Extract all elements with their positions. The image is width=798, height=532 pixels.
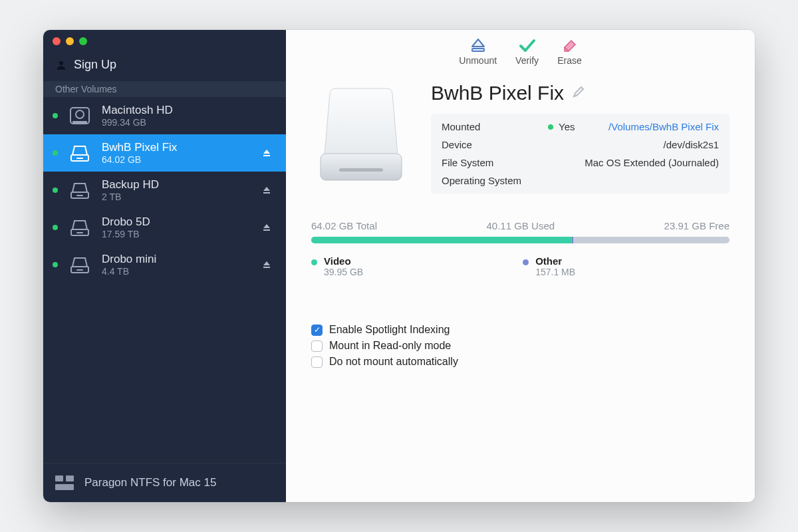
legend-item-video: Video 39.95 GB: [311, 255, 363, 277]
svg-rect-3: [72, 121, 87, 123]
eraser-icon: [561, 38, 578, 53]
svg-point-2: [76, 110, 84, 118]
svg-rect-12: [263, 229, 270, 231]
legend-name: Video: [324, 255, 363, 267]
drive-external-icon: [67, 255, 92, 275]
drive-external-icon: [67, 217, 92, 237]
svg-rect-21: [339, 168, 383, 172]
status-dot-icon: [53, 113, 58, 118]
info-label: File System: [442, 157, 548, 168]
drive-illustration-icon: [311, 82, 411, 191]
volume-item[interactable]: Backup HD 2 TB: [43, 172, 286, 209]
minimize-window-button[interactable]: [66, 37, 74, 45]
volume-item[interactable]: Drobo 5D 17.59 TB: [43, 209, 286, 246]
toolbar: Unmount Verify Erase: [311, 38, 730, 82]
volume-size: 4.4 TB: [102, 266, 250, 277]
usage-segment-other: [572, 237, 573, 243]
sidebar-footer[interactable]: Paragon NTFS for Mac 15: [43, 463, 286, 502]
checkbox-icon: [311, 325, 323, 336]
legend-name: Other: [535, 255, 575, 267]
eject-button[interactable]: [259, 148, 274, 158]
sign-up-label: Sign Up: [74, 58, 116, 72]
erase-label: Erase: [557, 55, 582, 66]
usage-bar: [311, 237, 730, 243]
app-window: Sign Up Other Volumes Macintosh HD 999.3…: [43, 30, 755, 502]
legend-size: 157.1 MB: [535, 267, 575, 277]
svg-rect-19: [472, 49, 484, 51]
info-label: Operating System: [442, 175, 548, 186]
zoom-window-button[interactable]: [79, 37, 87, 45]
drive-external-icon: [67, 143, 92, 163]
svg-rect-20: [321, 154, 402, 180]
volume-header: BwhB Pixel Fix Mounted Yes /V: [311, 82, 730, 194]
status-dot-icon: [53, 225, 58, 230]
sign-up-button[interactable]: Sign Up: [43, 53, 286, 81]
volume-size: 64.02 GB: [102, 154, 250, 165]
svg-rect-14: [76, 269, 83, 271]
volume-info-table: Mounted Yes /Volumes/BwhB Pixel Fix Devi…: [431, 114, 730, 194]
info-row-os: Operating System: [442, 172, 719, 190]
usage-used: 40.11 GB Used: [487, 220, 555, 231]
eject-button[interactable]: [259, 260, 274, 269]
status-dot-icon: [53, 188, 58, 193]
section-header-other-volumes: Other Volumes: [43, 81, 286, 97]
legend-size: 39.95 GB: [324, 267, 363, 277]
info-row-filesystem: File System Mac OS Extended (Journaled): [442, 154, 719, 172]
volume-name: Drobo mini: [102, 253, 250, 266]
legend-dot-icon: [311, 259, 317, 265]
info-row-mounted: Mounted Yes /Volumes/BwhB Pixel Fix: [442, 118, 719, 136]
mount-options: Enable Spotlight Indexing Mount in Read-…: [311, 324, 730, 368]
eject-button[interactable]: [259, 223, 274, 232]
checkbox-icon: [311, 356, 323, 368]
app-name-label: Paragon NTFS for Mac 15: [84, 476, 216, 489]
usage-segment-video: [311, 237, 572, 243]
status-dot-icon: [53, 262, 58, 267]
volume-size: 999.34 GB: [102, 117, 250, 128]
option-spotlight[interactable]: Enable Spotlight Indexing: [311, 324, 730, 336]
volume-item[interactable]: BwhB Pixel Fix 64.02 GB: [43, 134, 286, 172]
window-controls: [43, 30, 286, 53]
svg-rect-18: [55, 484, 74, 490]
legend-dot-icon: [523, 259, 529, 265]
verify-button[interactable]: Verify: [515, 38, 539, 66]
eject-icon: [469, 38, 487, 53]
svg-rect-9: [263, 192, 270, 194]
svg-rect-5: [76, 158, 83, 159]
check-icon: [519, 38, 536, 53]
usage-legend: Video 39.95 GB Other 157.1 MB: [311, 255, 730, 277]
device-value: /dev/disk2s1: [548, 139, 719, 150]
volume-name: Backup HD: [102, 178, 250, 192]
close-window-button[interactable]: [53, 37, 61, 45]
info-label: Mounted: [442, 121, 548, 132]
option-noauto[interactable]: Do not mount automatically: [311, 356, 730, 368]
person-icon: [55, 59, 67, 71]
volume-title: BwhB Pixel Fix: [431, 82, 564, 104]
volume-size: 17.59 TB: [102, 229, 250, 239]
svg-rect-6: [263, 155, 270, 156]
info-row-device: Device /dev/disk2s1: [442, 136, 719, 154]
volume-item[interactable]: Macintosh HD 999.34 GB: [43, 97, 286, 134]
sidebar: Sign Up Other Volumes Macintosh HD 999.3…: [43, 30, 286, 502]
rename-button[interactable]: [572, 85, 585, 101]
checkbox-icon: [311, 340, 323, 352]
status-dot-icon: [53, 150, 58, 156]
usage-free: 23.91 GB Free: [664, 220, 730, 231]
erase-button[interactable]: Erase: [557, 38, 582, 66]
volume-item[interactable]: Drobo mini 4.4 TB: [43, 246, 286, 283]
legend-item-other: Other 157.1 MB: [523, 255, 575, 277]
usage-total: 64.02 GB Total: [311, 220, 377, 231]
svg-rect-8: [76, 195, 83, 196]
filesystem-value: Mac OS Extended (Journaled): [548, 157, 719, 168]
option-readonly[interactable]: Mount in Read-only mode: [311, 340, 730, 352]
unmount-label: Unmount: [459, 55, 497, 66]
eject-button[interactable]: [259, 186, 274, 195]
unmount-button[interactable]: Unmount: [459, 38, 497, 66]
option-label: Mount in Read-only mode: [329, 340, 451, 352]
app-logo-icon: [55, 475, 74, 490]
svg-rect-11: [76, 232, 83, 233]
mount-path-link[interactable]: /Volumes/BwhB Pixel Fix: [575, 121, 719, 132]
volume-name: BwhB Pixel Fix: [102, 141, 250, 154]
option-label: Do not mount automatically: [329, 356, 458, 368]
volume-name: Macintosh HD: [102, 104, 250, 117]
pencil-icon: [572, 89, 585, 100]
